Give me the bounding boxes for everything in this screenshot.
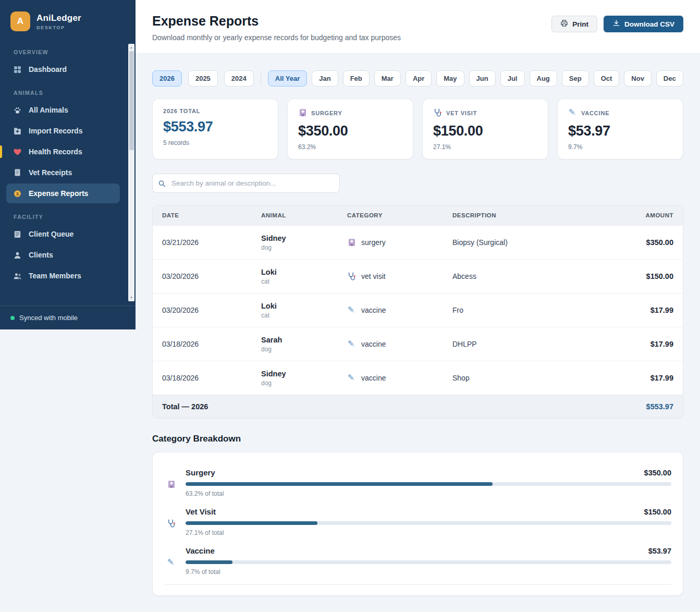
download-csv-button[interactable]: Download CSV [604, 16, 683, 32]
app-window: A AniLedger DESKTOP OVERVIEWDashboardANI… [0, 0, 700, 612]
search-input[interactable] [152, 174, 340, 193]
sidebar-item-label: Expense Reports [29, 189, 88, 198]
cell-amount: $150.00 [606, 272, 673, 280]
page-subtitle: Download monthly or yearly expense recor… [152, 33, 401, 42]
scrollbar-up-arrow[interactable]: ▲ [128, 44, 134, 51]
surgery-icon [347, 238, 357, 247]
sidebar-item-label: All Animals [29, 106, 68, 114]
sidebar-item-dashboard[interactable]: Dashboard [6, 59, 120, 79]
sidebar-item-client-queue[interactable]: Client Queue [6, 224, 120, 244]
print-button[interactable]: Print [551, 16, 597, 32]
table-row: 03/18/2026SarahdogvaccineDHLPP$17.99 [153, 327, 683, 361]
month-pill-sep[interactable]: Sep [562, 70, 589, 87]
app-brand: A AniLedger DESKTOP [0, 0, 136, 39]
sidebar-column: A AniLedger DESKTOP OVERVIEWDashboardANI… [0, 0, 136, 612]
cell-date: 03/18/2026 [162, 340, 261, 348]
app-subtitle: DESKTOP [36, 25, 81, 30]
breakdown-name: Vet Visit [186, 507, 216, 516]
sidebar-item-expense-reports[interactable]: $Expense Reports [6, 183, 120, 203]
animal-name: Loki [261, 302, 347, 310]
vet-visit-icon [164, 510, 179, 536]
sidebar-item-import-records[interactable]: Import Records [6, 121, 120, 141]
page-title: Expense Reports [152, 14, 401, 29]
page-header-text: Expense Reports Download monthly or year… [152, 14, 401, 42]
page-content: 202620252024All YearJanFebMarAprMayJunJu… [136, 54, 700, 606]
breakdown-item-surgery: Surgery$350.0063.2% of total [164, 465, 671, 504]
scrollbar-thumb[interactable] [129, 51, 134, 150]
search-box [152, 174, 340, 193]
month-pill-oct[interactable]: Oct [594, 70, 620, 87]
year-pill-2026[interactable]: 2026 [152, 70, 182, 87]
breakdown-bar-fill [186, 521, 317, 525]
month-pill-jan[interactable]: Jan [312, 70, 338, 87]
year-pill-2025[interactable]: 2025 [188, 70, 218, 87]
column-header-animal: ANIMAL [261, 212, 347, 218]
cell-description: DHLPP [452, 340, 606, 348]
month-pill-feb[interactable]: Feb [343, 70, 370, 87]
sidebar-nav-area: OVERVIEWDashboardANIMALSAll AnimalsImpor… [0, 39, 136, 305]
summary-card-label-text: VET VISIT [446, 110, 477, 116]
summary-card-label-text: SURGERY [311, 110, 342, 116]
dashboard-icon [13, 65, 22, 74]
column-header-category: CATEGORY [347, 212, 452, 218]
table-footer-row: Total — 2026 $553.97 [153, 395, 683, 418]
breakdown-percent: 9.7% of total [186, 568, 671, 576]
summary-card-sub: 9.7% [568, 143, 672, 151]
breakdown-name: Surgery [186, 468, 215, 477]
breakdown-amount: $53.97 [648, 547, 671, 555]
sidebar-item-label: Client Queue [29, 230, 73, 238]
month-pill-mar[interactable]: Mar [374, 70, 401, 87]
cell-category: vaccine [347, 305, 452, 315]
sidebar-item-health-records[interactable]: Health Records [6, 142, 120, 162]
animal-name: Sidney [261, 370, 347, 378]
sidebar-scrollbar[interactable]: ▲ ▼ [128, 44, 134, 301]
breakdown-bar [186, 560, 671, 564]
month-pill-dec[interactable]: Dec [656, 70, 683, 87]
money-icon: $ [13, 189, 22, 198]
summary-card-sub: 27.1% [433, 143, 537, 151]
page-header: Expense Reports Download monthly or year… [136, 0, 700, 54]
person-icon [13, 250, 22, 260]
download-icon [612, 19, 620, 29]
sync-status-dot [10, 316, 15, 320]
animal-species: dog [261, 244, 347, 251]
cell-animal: Sidneydog [261, 370, 347, 387]
heart-icon [13, 147, 22, 156]
cell-category: vaccine [347, 339, 452, 349]
year-pill-2024[interactable]: 2024 [224, 70, 254, 87]
breakdown-item-content: Vet Visit$150.0027.1% of total [186, 507, 671, 536]
scrollbar-down-arrow[interactable]: ▼ [128, 295, 134, 301]
month-pill-may[interactable]: May [436, 70, 464, 87]
animal-name: Loki [261, 268, 347, 276]
print-icon [560, 19, 568, 29]
cell-category: vaccine [347, 373, 452, 383]
sidebar-item-clients[interactable]: Clients [6, 245, 120, 265]
month-pill-jul[interactable]: Jul [500, 70, 525, 87]
table-row: 03/20/2026Lokicatvet visitAbcess$150.00 [153, 259, 683, 293]
month-pill-all-year[interactable]: All Year [268, 70, 307, 87]
month-pill-apr[interactable]: Apr [406, 70, 432, 87]
summary-card-value: $150.00 [433, 123, 537, 139]
breakdown-title: Category Breakdown [152, 434, 683, 444]
breakdown-item-top: Surgery$350.00 [186, 468, 671, 477]
sidebar-item-vet-receipts[interactable]: Vet Receipts [6, 163, 120, 182]
category-label: surgery [361, 238, 386, 247]
month-pill-jun[interactable]: Jun [469, 70, 496, 87]
sidebar-item-all-animals[interactable]: All Animals [6, 100, 120, 120]
sidebar-item-team-members[interactable]: Team Members [6, 266, 120, 286]
breakdown-item-content: Vaccine$53.979.7% of total [186, 546, 671, 576]
cell-animal: Sarahdog [261, 336, 347, 353]
breakdown-bar [186, 482, 671, 486]
animal-species: cat [261, 278, 347, 285]
summary-card-vaccine: VACCINE$53.979.7% [557, 99, 683, 160]
month-pill-aug[interactable]: Aug [530, 70, 557, 87]
animal-species: dog [261, 346, 347, 353]
animal-species: cat [261, 312, 347, 319]
sidebar: A AniLedger DESKTOP OVERVIEWDashboardANI… [0, 0, 136, 329]
column-header-date: DATE [162, 212, 261, 218]
month-pill-nov[interactable]: Nov [624, 70, 652, 87]
cell-amount: $17.99 [606, 374, 673, 382]
sidebar-section-label-overview: OVERVIEW [14, 49, 113, 55]
sidebar-section-label-facility: FACILITY [14, 214, 113, 220]
breakdown-item-vet-visit: Vet Visit$150.0027.1% of total [164, 504, 671, 543]
